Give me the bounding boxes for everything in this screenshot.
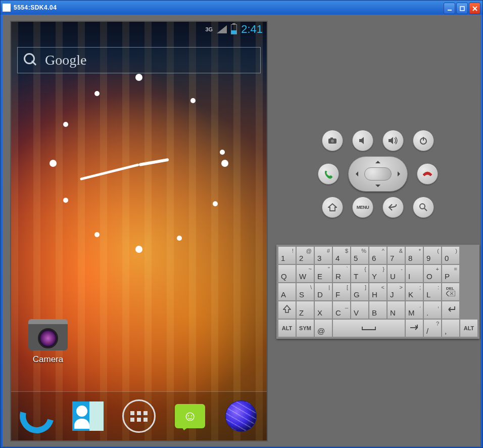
- hw-menu-button[interactable]: MENU: [352, 197, 373, 218]
- key-s[interactable]: S\: [296, 283, 314, 301]
- key-shift[interactable]: [278, 301, 296, 319]
- key-z[interactable]: Z: [296, 301, 314, 319]
- key-alt[interactable]: ALT: [278, 319, 296, 337]
- svg-rect-1: [460, 7, 464, 11]
- hw-camera-button[interactable]: [322, 130, 343, 151]
- key-0[interactable]: 0): [442, 246, 460, 264]
- key-h[interactable]: H<: [369, 283, 387, 301]
- key-e[interactable]: E": [314, 264, 332, 283]
- key-p[interactable]: P=: [442, 264, 460, 283]
- dock-people[interactable]: [70, 398, 106, 434]
- dock-phone[interactable]: [19, 398, 55, 434]
- messaging-icon: ☺: [175, 404, 205, 428]
- key-y[interactable]: Y}: [369, 264, 387, 283]
- key-enter[interactable]: [442, 301, 460, 319]
- power-icon: [419, 137, 427, 145]
- key-m[interactable]: M.: [405, 301, 423, 319]
- dock: ☺: [11, 391, 267, 440]
- key-o[interactable]: O+: [423, 264, 442, 283]
- key-j[interactable]: J>: [387, 283, 405, 301]
- svg-marker-8: [389, 137, 393, 144]
- key-sym[interactable]: SYM: [296, 319, 314, 337]
- dpad-down[interactable]: [375, 185, 380, 190]
- hw-home-button[interactable]: [322, 197, 343, 218]
- key-c[interactable]: C_: [332, 301, 351, 319]
- dpad-right[interactable]: [398, 171, 403, 176]
- key-k[interactable]: K;: [405, 283, 423, 301]
- key-.[interactable]: .,: [423, 301, 442, 319]
- status-bar[interactable]: 3G 2:41: [11, 22, 267, 37]
- maximize-button[interactable]: [456, 3, 468, 14]
- dpad-center[interactable]: [364, 167, 392, 181]
- status-clock: 2:41: [241, 23, 263, 36]
- key-f[interactable]: F[: [332, 283, 351, 301]
- dock-app-drawer[interactable]: [121, 398, 157, 434]
- hw-power-button[interactable]: [413, 130, 434, 151]
- key-2[interactable]: 2@: [296, 246, 314, 264]
- key-alt[interactable]: ALT: [460, 319, 478, 337]
- google-search-widget[interactable]: Google: [17, 47, 261, 73]
- key-q[interactable]: Q: [278, 264, 296, 283]
- clock-dot: [94, 232, 100, 237]
- emulator-window: 5554:SDK4.04 3G 2:41: [0, 0, 483, 448]
- key-w[interactable]: W~: [296, 264, 314, 283]
- key-l[interactable]: L:: [423, 283, 442, 301]
- key-/[interactable]: /?: [423, 319, 442, 337]
- key-x[interactable]: X: [314, 301, 332, 319]
- menu-label: MENU: [357, 205, 369, 210]
- client-area: 3G 2:41 Google: [3, 15, 480, 446]
- key-b[interactable]: B: [369, 301, 387, 319]
- titlebar[interactable]: 5554:SDK4.04: [1, 1, 482, 15]
- key-del[interactable]: DEL: [442, 283, 460, 301]
- key-9[interactable]: 9(: [423, 246, 442, 264]
- volume-up-icon: [388, 137, 399, 145]
- key-@[interactable]: @: [314, 319, 332, 337]
- minimize-button[interactable]: [444, 3, 455, 14]
- key-arrow[interactable]: [405, 319, 423, 337]
- hw-buttons: MENU: [312, 125, 444, 223]
- hw-volume-down-button[interactable]: [352, 130, 373, 151]
- camera-icon: [28, 319, 68, 350]
- phone-panel: 3G 2:41 Google: [3, 15, 275, 446]
- battery-icon: [231, 24, 237, 34]
- dpad-left[interactable]: [353, 171, 358, 176]
- window-controls: [444, 3, 480, 14]
- key-a[interactable]: A: [278, 283, 296, 301]
- analog-clock-widget[interactable]: [53, 77, 225, 249]
- dock-browser[interactable]: [223, 398, 259, 434]
- key-,[interactable]: ,: [442, 319, 460, 337]
- hw-end-call-button[interactable]: [417, 163, 438, 185]
- phone-screen[interactable]: 3G 2:41 Google: [10, 21, 268, 441]
- key-g[interactable]: G]: [351, 283, 369, 301]
- hw-back-button[interactable]: [382, 197, 404, 218]
- svg-line-13: [424, 208, 427, 211]
- key-n[interactable]: N: [387, 301, 405, 319]
- key-u[interactable]: U-: [387, 264, 405, 283]
- key-1[interactable]: 1!: [278, 246, 296, 264]
- hw-volume-up-button[interactable]: [382, 130, 404, 151]
- key-6[interactable]: 6^: [369, 246, 387, 264]
- camera-app-shortcut[interactable]: Camera: [25, 319, 71, 365]
- key-4[interactable]: 4$: [332, 246, 351, 264]
- hw-call-button[interactable]: [318, 163, 339, 185]
- key-t[interactable]: T{: [351, 264, 369, 283]
- key-r[interactable]: R`: [332, 264, 351, 283]
- key-8[interactable]: 8*: [405, 246, 423, 264]
- key-d[interactable]: D|: [314, 283, 332, 301]
- key-7[interactable]: 7&: [387, 246, 405, 264]
- key-5[interactable]: 5%: [351, 246, 369, 264]
- dpad-up[interactable]: [375, 158, 380, 163]
- key-3[interactable]: 3#: [314, 246, 332, 264]
- key-space[interactable]: [332, 319, 405, 337]
- signal-icon: [217, 25, 227, 33]
- call-icon: [323, 169, 333, 179]
- dock-messaging[interactable]: ☺: [172, 398, 208, 434]
- network-indicator-icon: 3G: [205, 26, 213, 32]
- hw-search-button[interactable]: [413, 197, 434, 218]
- key-v[interactable]: V: [351, 301, 369, 319]
- search-placeholder: Google: [45, 52, 86, 68]
- close-button[interactable]: [469, 3, 480, 14]
- key-i[interactable]: I: [405, 264, 423, 283]
- emulator-control-panel: MENU 1!2@3#4$5%6^7&8*9(0)QW~E"R`T{Y}U-IO…: [275, 15, 480, 446]
- clock-dot: [213, 201, 218, 206]
